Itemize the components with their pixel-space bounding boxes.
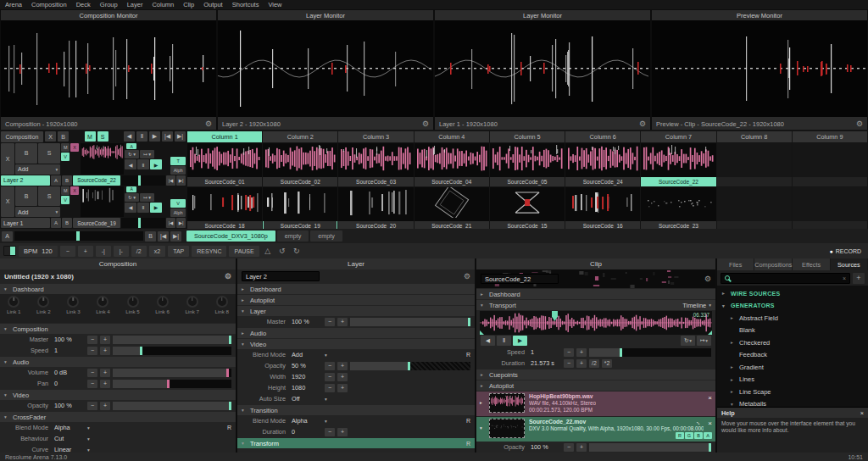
param-value[interactable]: 100 % bbox=[51, 336, 85, 343]
column-header-5[interactable]: Column 5 bbox=[490, 131, 565, 142]
channel-g-button[interactable]: G bbox=[685, 432, 693, 439]
redo-icon[interactable]: ↻ bbox=[291, 246, 303, 257]
clip-label[interactable]: SourceCode_05 bbox=[490, 177, 565, 186]
tree-item-feedback[interactable]: Feedback bbox=[717, 349, 868, 362]
dashboard-knob-link-8[interactable]: Link 8 bbox=[214, 296, 229, 321]
layer-bypass-button[interactable]: B bbox=[15, 143, 37, 164]
prev-clip-button[interactable]: |◀ bbox=[166, 175, 175, 186]
slider-handle[interactable] bbox=[620, 348, 622, 357]
channel-b-button[interactable]: B bbox=[694, 432, 703, 439]
prev-deck-button[interactable]: |◀ bbox=[158, 231, 169, 242]
clip-video-track-row[interactable]: ▾ SourceCode_22.mov DXV 3.0 Normal Quali… bbox=[476, 417, 715, 442]
param-dropdown[interactable]: Alpha bbox=[288, 417, 322, 425]
param-dropdown[interactable]: Off bbox=[288, 395, 322, 403]
clip-sourcecode-05[interactable]: SourceCode_05 bbox=[490, 143, 565, 186]
param-dropdown[interactable]: Linear bbox=[51, 446, 85, 453]
layer-name-layer-2[interactable]: Layer 2 bbox=[1, 175, 50, 186]
clip-sourcecode-20[interactable]: SourceCode_20 bbox=[338, 187, 413, 230]
menu-group[interactable]: Group bbox=[100, 1, 118, 8]
section-audio[interactable]: ▾Audio bbox=[0, 357, 236, 367]
slider-handle[interactable] bbox=[229, 402, 231, 410]
close-icon[interactable]: × bbox=[708, 394, 712, 402]
clip-sourcecode-02[interactable]: SourceCode_02 bbox=[263, 143, 337, 186]
layer-alpha-button[interactable]: Alph bbox=[170, 166, 186, 175]
layer-x-button[interactable]: X bbox=[70, 143, 79, 152]
param-r-badge[interactable]: R bbox=[227, 425, 231, 430]
decrement-button[interactable]: − bbox=[325, 318, 335, 326]
tree-item-abstract-field[interactable]: ▸Abstract Field bbox=[717, 312, 868, 325]
increment-button[interactable]: + bbox=[576, 359, 587, 368]
section-dashboard[interactable]: ▸Dashboard bbox=[237, 284, 475, 294]
menu-arena[interactable]: Arena bbox=[5, 1, 22, 8]
clip-thumbnail[interactable] bbox=[187, 187, 262, 221]
channel-r-button[interactable]: R bbox=[676, 432, 684, 439]
crossfader-slider[interactable] bbox=[14, 231, 143, 241]
dashboard-knob-link-6[interactable]: Link 6 bbox=[155, 296, 170, 321]
layer-fader-toggle[interactable]: V bbox=[170, 199, 186, 208]
clip-sourcecode-21[interactable]: SourceCode_21 bbox=[415, 187, 489, 230]
layer-blend-dropdown[interactable]: Add▾ bbox=[15, 207, 60, 217]
menu-shortcuts[interactable]: Shortcuts bbox=[232, 1, 259, 8]
param-slider[interactable] bbox=[113, 380, 231, 388]
layer-fader-toggle[interactable]: T bbox=[170, 157, 186, 165]
increment-button[interactable]: + bbox=[100, 380, 110, 388]
param-slider[interactable] bbox=[113, 347, 231, 355]
tree-item-metaballs[interactable]: ▾Metaballs bbox=[717, 398, 868, 408]
tree-item-checkered[interactable]: ▸Checkered bbox=[717, 336, 868, 349]
deck-tab-empty-1[interactable]: empty bbox=[277, 230, 309, 242]
bpm-half-button[interactable]: /2 bbox=[131, 246, 147, 257]
chevron-down-icon[interactable]: ▾ bbox=[325, 397, 327, 402]
play-button[interactable]: ▶ bbox=[513, 336, 527, 346]
tree-item-generators[interactable]: ▾GENERATORS bbox=[717, 300, 868, 313]
tab-compositions[interactable]: Compositions bbox=[754, 258, 793, 270]
loop-mode-dropdown[interactable]: ↻▾ bbox=[681, 336, 695, 346]
param-r-badge[interactable]: R bbox=[466, 352, 470, 358]
clip-thumbnail[interactable] bbox=[793, 143, 867, 177]
param-value[interactable]: 50 % bbox=[288, 362, 322, 369]
knob-dial[interactable] bbox=[216, 296, 228, 308]
knob-dial[interactable] bbox=[37, 296, 49, 308]
increment-button[interactable]: + bbox=[100, 402, 110, 410]
clip-label[interactable]: SourceCode_03 bbox=[338, 177, 413, 186]
play-backward-button[interactable]: ◀ bbox=[125, 159, 136, 169]
knob-dial[interactable] bbox=[97, 296, 108, 308]
param-extra-button[interactable]: /2 bbox=[589, 359, 599, 368]
clip-thumbnail[interactable] bbox=[263, 143, 337, 177]
clip-thumbnail[interactable] bbox=[565, 187, 640, 221]
play-direction-dropdown[interactable]: ↦ ▾ bbox=[140, 150, 154, 158]
bpm-display[interactable]: BPM 120 bbox=[19, 246, 58, 257]
chevron-right-icon[interactable]: ▸ bbox=[480, 400, 485, 405]
close-icon[interactable]: × bbox=[708, 419, 712, 427]
clip-name-input[interactable]: SourceCode_22 bbox=[481, 274, 559, 284]
param-dropdown[interactable]: Add bbox=[288, 351, 322, 358]
menu-clip[interactable]: Clip bbox=[183, 1, 194, 8]
prev-column-button[interactable]: |◀ bbox=[162, 131, 173, 142]
tab-sources[interactable]: Sources bbox=[831, 258, 868, 270]
layer-clear-button[interactable]: X bbox=[1, 143, 14, 175]
increment-button[interactable]: + bbox=[337, 384, 348, 392]
decrement-button[interactable]: − bbox=[87, 336, 97, 344]
section-cuepoints[interactable]: ▸ Cuepoints bbox=[476, 369, 715, 380]
empty-clip-slot[interactable] bbox=[717, 187, 792, 230]
section-transport[interactable]: ▾ Transport Timeline ▾ bbox=[476, 300, 715, 310]
param-value[interactable]: 0 dB bbox=[51, 369, 85, 376]
increment-button[interactable]: + bbox=[100, 369, 110, 377]
chevron-down-icon[interactable]: ▾ bbox=[87, 436, 90, 442]
param-value[interactable]: 0 bbox=[288, 428, 322, 436]
loop-out-marker[interactable] bbox=[708, 330, 712, 335]
param-slider[interactable] bbox=[589, 348, 711, 357]
layer-bypass-button[interactable]: B bbox=[15, 186, 37, 207]
param-extra-button[interactable]: *2 bbox=[602, 359, 612, 368]
empty-clip-slot[interactable] bbox=[793, 143, 867, 186]
tab-files[interactable]: Files bbox=[717, 258, 754, 270]
clip-thumbnail[interactable] bbox=[187, 143, 262, 177]
layer-video-toggle[interactable]: V bbox=[61, 153, 70, 161]
crossfader-assign-b-button[interactable]: B bbox=[62, 175, 72, 186]
section-layer[interactable]: ▾Layer bbox=[237, 306, 475, 316]
layer-mask-button[interactable]: M bbox=[61, 143, 70, 152]
slider-handle[interactable] bbox=[229, 336, 231, 344]
clip-label[interactable]: SourceCode_22 bbox=[641, 177, 715, 186]
clip-thumbnail[interactable] bbox=[717, 143, 792, 177]
clip-label[interactable] bbox=[793, 177, 867, 186]
clip-thumbnail[interactable] bbox=[641, 187, 715, 221]
